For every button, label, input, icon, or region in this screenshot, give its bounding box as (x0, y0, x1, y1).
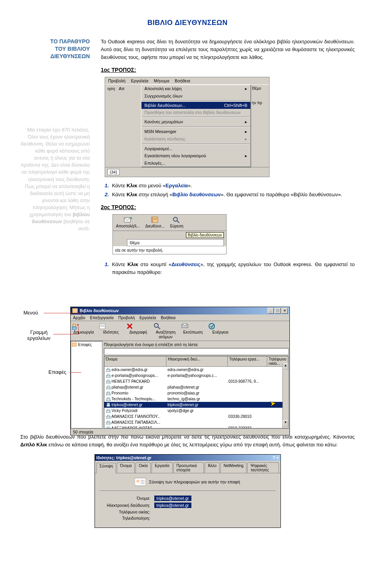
submenu-arrow-icon: ▸ (245, 153, 247, 158)
oe-menu-message[interactable]: Μήνυμα (154, 78, 170, 83)
ab-contact-row[interactable]: 📇 Technokids - Technoplu...techno_ig@aia… (104, 396, 288, 402)
menu-separator (142, 144, 250, 144)
menu-item[interactable]: Κανόνες μηνυμάτων▸ (141, 118, 250, 126)
svg-line-6 (177, 221, 179, 223)
menu-item[interactable]: Εγκατάσταση νέου λογαριασμού▸ (141, 152, 250, 160)
ab-toolbar-button[interactable]: Ενέργεια (208, 323, 232, 339)
ab-menu-item[interactable]: Προβολή (118, 315, 135, 320)
oe-menu-tools[interactable]: Εργαλεία (131, 78, 148, 83)
prop-close-button[interactable]: × (276, 455, 279, 460)
ab-folder-contacts[interactable]: Επαφές (72, 342, 101, 347)
svg-rect-9 (72, 327, 76, 329)
ab-contact-row[interactable]: 📇 HEWLETT PACKARD0310-908776, 9... (104, 378, 288, 384)
menu-item: Προσθήκη του αποστολέα στο Βιβλίο διευθύ… (141, 109, 250, 116)
tb-addresses-button[interactable]: Διευθύνσ... (145, 216, 164, 228)
ab-toolbar-button[interactable]: Αναζήτηση ατόμων (154, 323, 178, 339)
ab-menu-item[interactable]: Εργαλεία (139, 315, 156, 320)
ab-contact-row[interactable]: 📇 ΑΛΕΞΑΝΔΡΟΣ ΛΙΩΤΑΣ0310-223332 (104, 425, 288, 428)
menu-item-label: Λογαριασμοί... (145, 146, 172, 151)
step-number: 2. (105, 191, 109, 199)
ab-cell: 03330-28010 (227, 414, 266, 419)
method-2-heading: 2ος ΤΡΟΠΟΣ: (101, 204, 355, 210)
menu-item[interactable]: Αποστολή και λήψη▸ (141, 85, 250, 92)
tb-subject-field: Θέμα (127, 239, 224, 246)
prop-tab[interactable]: Ψηφιακές ταυτότητες (247, 462, 279, 473)
ab-menu-item[interactable]: Επεξεργασία (90, 315, 114, 320)
oe-menu-view[interactable]: Προβολή (108, 78, 125, 83)
ab-menu-item[interactable]: Βοήθεια (161, 315, 176, 320)
ab-toolbar-button[interactable]: Ιδιότητες (99, 323, 123, 339)
ab-contact-row[interactable]: 📇 ΑΘΑΝΑΣΙΟΣ ΓΙΑΝΝΟΠΟΥ...03330-28010 (104, 414, 288, 419)
menu-item-label: MSN Messenger (145, 129, 177, 134)
tb-find-label: Εύρεση (170, 224, 183, 228)
menu-separator (142, 100, 250, 101)
prop-tab[interactable]: Άλλο (205, 462, 220, 473)
scroll-up-button[interactable]: ▲ (283, 363, 288, 369)
ab-cell: 📇 Pronomio (104, 391, 166, 396)
menu-item-label: Προσθήκη του αποστολέα στο Βιβλίο διευθύ… (145, 110, 241, 115)
prop-tab[interactable]: Όνομα (117, 462, 135, 473)
ab-cell: edra-owner@edra.gr (166, 367, 227, 372)
ab-cell (227, 391, 266, 396)
ab-contact-list: Όνομα Ηλεκτρονική διεύ... Τηλέφωνο εργα.… (104, 356, 289, 428)
menu-item[interactable]: Επιλογές... (141, 160, 250, 167)
submenu-arrow-icon: ▸ (245, 119, 247, 124)
ab-cell: 📇 edra-owner@edra.gr (104, 367, 166, 372)
ab-col-email[interactable]: Ηλεκτρονική διεύ... (166, 356, 228, 366)
ab-contact-row[interactable]: 📇 edra-owner@edra.gredra-owner@edra.gr (104, 367, 288, 373)
prop-tab[interactable]: Προσωπικά στοιχεία (173, 462, 204, 473)
ab-search-label: Πληκτρολογήστε ένα όνομα ή επιλέξτε από … (104, 341, 289, 348)
prop-tab[interactable]: Σύνοψη (96, 463, 116, 473)
ab-cell: vpolyz@dge.gr (166, 408, 227, 413)
menu-item[interactable]: MSN Messenger▸ (141, 128, 250, 135)
submenu-arrow-icon: ▸ (245, 137, 247, 142)
annotation-menu-line-v (81, 313, 82, 320)
menu-item[interactable]: Λογαριασμοί... (141, 145, 250, 152)
ab-toolbar: ▾ΔημιουργίαΙδιότητεςΔιαγραφήΑναζήτηση ατ… (71, 321, 289, 341)
menu-item: Κατάσταση σύνδεσης▸ (141, 135, 250, 143)
menu-item[interactable]: Βιβλίο διευθύνσεων...Ctrl+Shift+B (141, 102, 250, 109)
ab-contact-row[interactable]: 📇 pliahas@otenet.grpliahas@otenet.gr (104, 384, 288, 390)
ab-toolbar-button[interactable]: ▾Δημιουργία (71, 323, 96, 339)
oe-menu-help[interactable]: Βοήθεια (175, 78, 190, 83)
intro-paragraph: Το Outlook express σας δίνει τη δυνατότη… (101, 38, 355, 61)
scroll-down-button[interactable]: ▼ (283, 420, 288, 426)
prop-field: Όνομα:tripkos@otenet.gr (100, 496, 276, 501)
ab-contact-row[interactable]: 📇 Vicky Polyzoidivpolyz@dge.gr (104, 408, 288, 414)
svg-point-20 (209, 323, 214, 329)
ab-col-name[interactable]: Όνομα (104, 356, 166, 366)
svg-rect-2 (152, 217, 153, 222)
tb-send-receive-button[interactable]: Αποστολή/λ... (116, 216, 140, 228)
ab-contact-row[interactable]: 📇 tripkos@otenet.grtripkos@otenet.gr (104, 402, 288, 408)
ab-contact-row[interactable]: 📇 ΑΘΑΝΑΣΙΟΣ ΠΑΠΑΒΑΣΙΛ... (104, 419, 288, 425)
ab-toolbar-button[interactable]: Εκτύπωση (181, 323, 205, 339)
tb-addresses-label: Διευθύνσ... (145, 224, 164, 228)
maximize-button[interactable]: □ (275, 308, 281, 314)
toolbar-icon (181, 323, 205, 330)
ab-contact-row[interactable]: 📇 e-portaria@yahoogroups...e-portaria@ya… (104, 373, 288, 378)
step: 1.Κάντε Κλικ στο μενού «Εργαλεία». (105, 182, 355, 190)
ab-menu-item[interactable]: Αρχείο (73, 315, 85, 320)
ab-toolbar-button[interactable]: Διαγραφή (126, 323, 150, 339)
menu-item[interactable]: Συγχρονισμός όλων (141, 92, 250, 99)
svg-point-5 (173, 217, 177, 221)
prop-tab[interactable]: Εργασία (152, 462, 172, 473)
prop-help-button[interactable]: ? (273, 455, 275, 460)
menu-separator (142, 126, 250, 127)
ab-col-phone-work[interactable]: Τηλέφωνο εργα... (228, 356, 267, 366)
ab-cell: techno_ig@aias.gr (166, 396, 227, 401)
close-button[interactable]: × (282, 308, 288, 314)
ab-search-input[interactable] (104, 348, 289, 355)
tb-find-button[interactable]: Εύρεση (170, 216, 183, 228)
ab-scrollbar[interactable]: ▲ ▼ (282, 363, 288, 428)
ab-contact-row[interactable]: 📇 Pronomiopronomio@aias.gr (104, 390, 288, 396)
oe-stub-1: ηση (107, 86, 115, 165)
sidebar-note-text: Μία εταιρία έχει 870 πελάτες. Όλοι τους … (21, 127, 90, 218)
minimize-button[interactable]: _ (268, 308, 274, 314)
prop-field-label: Όνομα: (100, 496, 150, 501)
toolbar-button-label: Διαγραφή (126, 330, 150, 334)
ab-cell (227, 402, 266, 407)
prop-tab[interactable]: NetMeeting (220, 462, 246, 473)
prop-tab[interactable]: Οικία (136, 462, 151, 473)
annotation-toolbar-line (53, 334, 78, 334)
